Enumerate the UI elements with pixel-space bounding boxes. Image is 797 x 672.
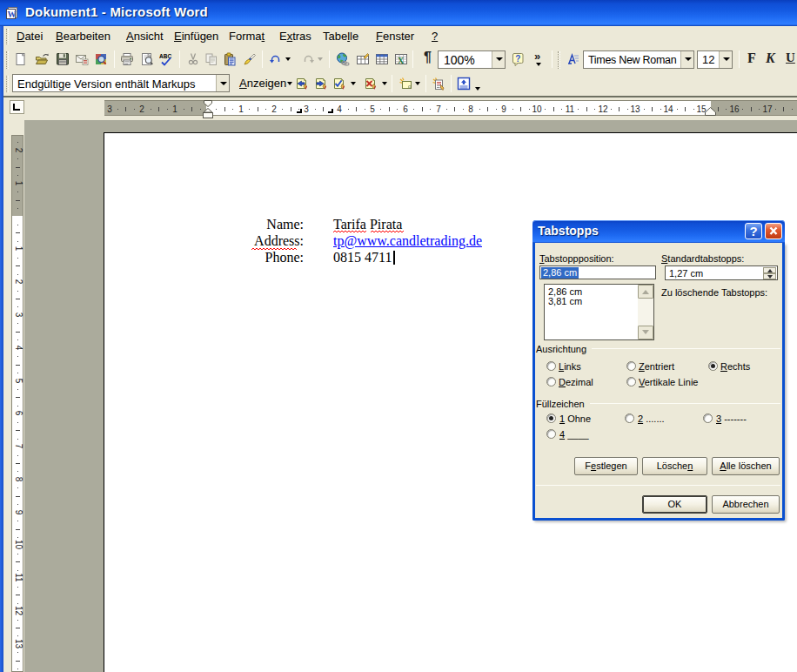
svg-text:W: W [8, 10, 17, 19]
svg-text:X: X [398, 56, 405, 65]
svg-text:?: ? [515, 54, 520, 64]
